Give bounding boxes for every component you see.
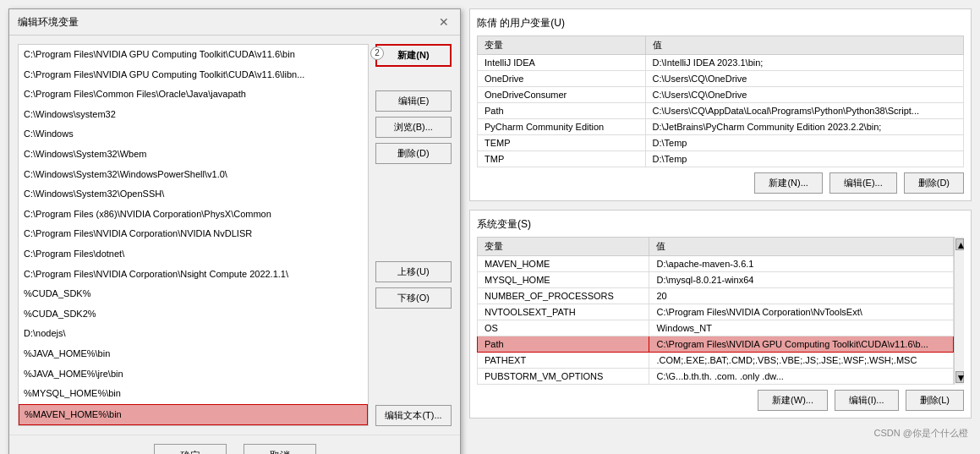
confirm-button[interactable]: 确定 (154, 444, 227, 454)
scrollbar-thumb-down[interactable]: ▼ (955, 371, 964, 383)
sys-var-name: NVTOOLSEXT_PATH (478, 304, 649, 320)
dialog-titlebar: 编辑环境变量 ✕ (9, 9, 460, 36)
user-vars-edit-button[interactable]: 编辑(E)... (829, 172, 897, 194)
path-list-item[interactable]: %JAVA_HOME%\jre\bin (19, 364, 368, 385)
right-panel: 陈倩 的用户变量(U) 变量 值 IntelliJ IDEAD:\Intelli… (469, 8, 972, 440)
user-vars-row[interactable]: TEMPD:\Temp (478, 135, 964, 151)
path-list-item[interactable]: %MAVEN_HOME%\bin3 (19, 404, 368, 426)
user-var-name: TMP (478, 151, 646, 167)
sys-var-name: PATHEXT (478, 353, 649, 369)
user-vars-new-button[interactable]: 新建(N)... (754, 172, 822, 194)
path-list-item[interactable]: C:\Windows\System32\Wbem (19, 145, 368, 165)
sys-vars-row[interactable]: MAVEN_HOMED:\apache-maven-3.6.1 (478, 256, 954, 272)
user-vars-delete-button[interactable]: 删除(D) (904, 172, 964, 194)
sys-var-name: NUMBER_OF_PROCESSORS (478, 288, 649, 304)
edit-path-button[interactable]: 编辑(E) (375, 90, 452, 112)
path-list-item[interactable]: C:\Windows\system32 (19, 105, 368, 125)
path-list-item[interactable]: C:\Program Files\dotnet\ (19, 244, 368, 265)
path-list-item[interactable]: C:\Windows\System32\WindowsPowerShell\v1… (19, 165, 368, 185)
user-vars-row[interactable]: OneDriveC:\Users\CQ\OneDrive (478, 71, 964, 87)
user-var-value: C:\Users\CQ\AppData\Local\Programs\Pytho… (645, 103, 963, 119)
user-var-name: OneDrive (478, 71, 646, 87)
sys-var-value: D:\mysql-8.0.21-winx64 (649, 272, 954, 288)
user-var-name: Path (478, 103, 646, 119)
user-vars-section: 陈倩 的用户变量(U) 变量 值 IntelliJ IDEAD:\Intelli… (469, 8, 972, 201)
edit-env-dialog: 编辑环境变量 ✕ C:\Program Files\NVIDIA GPU Com… (8, 8, 461, 454)
user-var-value: C:\Users\CQ\OneDrive (645, 71, 963, 87)
path-list-item[interactable]: %JAVA_HOME%\bin (19, 344, 368, 364)
path-list-item[interactable]: D:\nodejs\ (19, 324, 368, 344)
badge-2: 2 (370, 46, 384, 60)
sys-vars-delete-button[interactable]: 删除(L) (906, 390, 964, 411)
sys-var-name: OS (478, 320, 649, 336)
user-vars-col-name: 变量 (478, 36, 646, 55)
dialog-title: 编辑环境变量 (18, 15, 79, 30)
user-var-value: D:\Temp (645, 135, 963, 151)
user-vars-col-value: 值 (645, 36, 963, 55)
sys-var-value: Windows_NT (649, 320, 954, 336)
user-var-name: OneDriveConsumer (478, 87, 646, 103)
path-list-item[interactable]: %MYSQL_HOME%\bin (19, 384, 368, 404)
user-var-value: C:\Users\CQ\OneDrive (645, 87, 963, 103)
sys-vars-title: 系统变量(S) (477, 217, 964, 232)
path-list-item[interactable]: C:\Program Files\NVIDIA Corporation\NVID… (19, 224, 368, 244)
action-buttons: 新建(N) 2 编辑(E) 浏览(B)... 删除(D) 上移(U) 下移(O)… (375, 44, 452, 426)
dialog-footer: 确定 取消 (9, 435, 460, 454)
sys-vars-row[interactable]: NVTOOLSEXT_PATHC:\Program Files\NVIDIA C… (478, 304, 954, 320)
user-var-value: D:\JetBrains\PyCharm Community Edition 2… (645, 119, 963, 135)
path-list-item[interactable]: %CUDA_SDK2% (19, 304, 368, 325)
path-list-item[interactable]: C:\Program Files\NVIDIA GPU Computing To… (19, 65, 368, 85)
sys-var-value: 20 (649, 288, 954, 304)
user-vars-row[interactable]: IntelliJ IDEAD:\IntelliJ IDEA 2023.1\bin… (478, 55, 964, 71)
sys-vars-new-button[interactable]: 新建(W)... (758, 390, 828, 411)
user-vars-row[interactable]: PathC:\Users\CQ\AppData\Local\Programs\P… (478, 103, 964, 119)
user-var-name: TEMP (478, 135, 646, 151)
path-list-item[interactable]: C:\Windows\System32\OpenSSH\ (19, 184, 368, 205)
delete-path-button[interactable]: 删除(D) (375, 143, 452, 164)
sys-var-name: Path1 (478, 336, 649, 353)
sys-var-name: MYSQL_HOME (478, 272, 649, 288)
path-list-item[interactable]: C:\Program Files\NVIDIA Corporation\Nsig… (19, 265, 368, 285)
path-list[interactable]: C:\Program Files\NVIDIA GPU Computing To… (18, 44, 369, 426)
sys-var-name: PUBSTORM_VM_OPTIONS (478, 369, 649, 385)
close-icon[interactable]: ✕ (436, 14, 452, 30)
user-vars-buttons: 新建(N)... 编辑(E)... 删除(D) (477, 172, 964, 194)
sys-vars-edit-button[interactable]: 编辑(I)... (835, 390, 899, 411)
dialog-content: C:\Program Files\NVIDIA GPU Computing To… (9, 36, 460, 435)
path-list-item[interactable]: C:\Program Files (x86)\NVIDIA Corporatio… (19, 205, 368, 225)
edit-text-button[interactable]: 编辑文本(T)... (375, 405, 452, 426)
user-vars-row[interactable]: OneDriveConsumerC:\Users\CQ\OneDrive (478, 87, 964, 103)
scrollbar-thumb[interactable]: ▲ (955, 238, 964, 250)
sys-var-value: C:\G...b.th.th. .com. .only .dw... (649, 369, 954, 385)
cancel-button[interactable]: 取消 (244, 444, 316, 454)
sys-var-value: C:\Program Files\NVIDIA GPU Computing To… (649, 336, 954, 353)
path-list-item[interactable]: C:\Program Files\Common Files\Oracle\Jav… (19, 85, 368, 105)
user-vars-row[interactable]: PyCharm Community EditionD:\JetBrains\Py… (478, 119, 964, 135)
sys-vars-section: 系统变量(S) 变量 值 MAVEN_HOMED:\apache-maven-3… (469, 210, 972, 418)
sys-var-name: MAVEN_HOME (478, 256, 649, 272)
browse-path-button[interactable]: 浏览(B)... (375, 117, 452, 138)
sys-var-value: C:\Program Files\NVIDIA Corporation\NvTo… (649, 304, 954, 320)
move-up-button[interactable]: 上移(U) (375, 261, 452, 282)
move-down-button[interactable]: 下移(O) (375, 287, 452, 309)
footer-credit: CSDN @你是个什么橙 (469, 427, 972, 440)
sys-vars-row[interactable]: Path1C:\Program Files\NVIDIA GPU Computi… (478, 336, 954, 353)
sys-vars-row[interactable]: MYSQL_HOMED:\mysql-8.0.21-winx64 (478, 272, 954, 288)
user-vars-table: 变量 值 IntelliJ IDEAD:\IntelliJ IDEA 2023.… (477, 36, 964, 167)
sys-vars-row[interactable]: OSWindows_NT (478, 320, 954, 336)
sys-vars-row[interactable]: NUMBER_OF_PROCESSORS20 (478, 288, 954, 304)
path-list-item[interactable]: C:\Windows (19, 124, 368, 145)
sys-vars-row[interactable]: PATHEXT.COM;.EXE;.BAT;.CMD;.VBS;.VBE;.JS… (478, 353, 954, 369)
sys-vars-table-wrapper: 变量 值 MAVEN_HOMED:\apache-maven-3.6.1MYSQ… (477, 237, 964, 385)
sys-var-value: D:\apache-maven-3.6.1 (649, 256, 954, 272)
new-path-button[interactable]: 新建(N) (375, 44, 452, 67)
path-list-container: C:\Program Files\NVIDIA GPU Computing To… (18, 44, 369, 426)
user-var-name: PyCharm Community Edition (478, 119, 646, 135)
sys-vars-col-value: 值 (649, 238, 954, 256)
path-list-item[interactable]: C:\Program Files\NVIDIA GPU Computing To… (19, 45, 368, 65)
path-list-item[interactable]: %CUDA_SDK% (19, 284, 368, 304)
sys-vars-table: 变量 值 MAVEN_HOMED:\apache-maven-3.6.1MYSQ… (477, 237, 954, 385)
sys-vars-row[interactable]: PUBSTORM_VM_OPTIONSC:\G...b.th.th. .com.… (478, 369, 954, 385)
sys-vars-col-name: 变量 (478, 238, 649, 256)
user-vars-row[interactable]: TMPD:\Temp (478, 151, 964, 167)
